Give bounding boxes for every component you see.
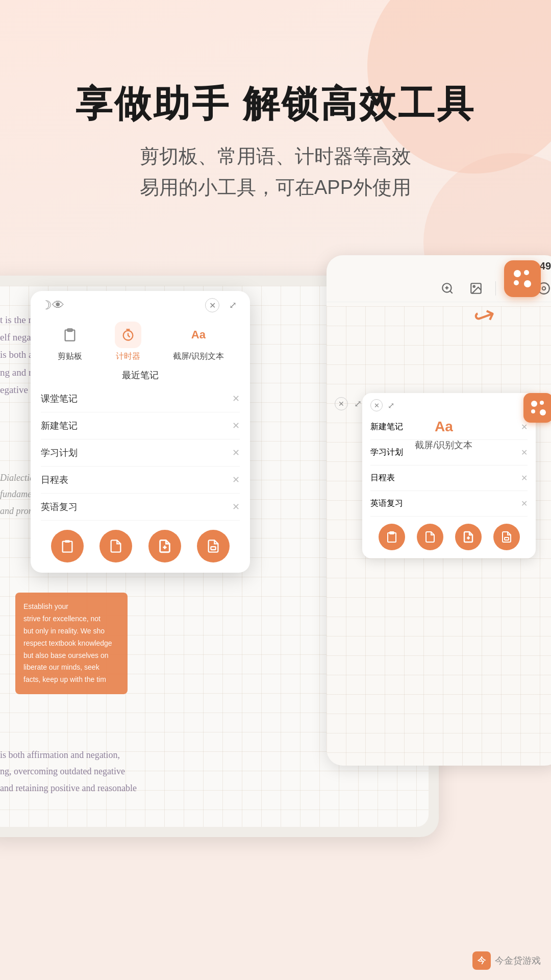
phone-panel-controls: ✕ ⤢ bbox=[335, 397, 362, 410]
sm-note-name-3: 日程表 bbox=[370, 473, 395, 483]
note-item-5[interactable]: 英语复习 ✕ bbox=[41, 494, 240, 521]
hw-bottom-2: ng, overcoming outdated negative bbox=[0, 763, 137, 779]
tab-screenshot-label: 截屏/识别文本 bbox=[173, 351, 224, 362]
note-close-3[interactable]: ✕ bbox=[232, 447, 240, 458]
note-list: 课堂笔记 ✕ 新建笔记 ✕ 学习计划 ✕ 日程表 ✕ 英语复习 ✕ bbox=[31, 385, 250, 521]
sm-controls: ✕ ⤢ bbox=[370, 399, 394, 411]
note-item-2[interactable]: 新建笔记 ✕ bbox=[41, 412, 240, 439]
sm-note-item-4[interactable]: 英语复习 ✕ bbox=[370, 491, 528, 517]
tab-clipboard-label: 剪贴板 bbox=[58, 351, 82, 362]
screenshot-label-area: Aa 截屏/识别文本 bbox=[327, 419, 551, 451]
tab-screenshot[interactable]: Aa 截屏/识别文本 bbox=[173, 322, 224, 362]
sm-expand-btn[interactable]: ⤢ bbox=[388, 401, 394, 410]
sticky-note-text: Establish yourstrive for excellence, not… bbox=[23, 601, 119, 686]
float-button-dots bbox=[514, 270, 531, 287]
sub-title-line1: 剪切板、常用语、计时器等高效 bbox=[0, 141, 551, 172]
sub-title: 剪切板、常用语、计时器等高效 易用的小工具，可在APP外使用 bbox=[0, 141, 551, 203]
image-icon[interactable] bbox=[467, 279, 485, 298]
header-section: 享做助手 解锁高效工具 剪切板、常用语、计时器等高效 易用的小工具，可在APP外… bbox=[0, 0, 551, 203]
note-name-5: 英语复习 bbox=[41, 501, 78, 513]
sm-note-close-4[interactable]: ✕ bbox=[521, 499, 528, 508]
dot-4 bbox=[524, 280, 531, 287]
sticky-note: Establish yourstrive for excellence, not… bbox=[15, 593, 128, 694]
sm-action-btn-4[interactable] bbox=[493, 524, 520, 550]
sm-note-item-3[interactable]: 日程表 ✕ bbox=[370, 465, 528, 491]
note-item-3[interactable]: 学习计划 ✕ bbox=[41, 439, 240, 467]
hw-bottom-1: is both affirmation and negation, bbox=[0, 747, 137, 763]
sm-note-close-3[interactable]: ✕ bbox=[521, 473, 528, 483]
dot-3 bbox=[514, 280, 519, 285]
widget-popup-main: ☽ 👁 ✕ ⤢ 剪贴板 bbox=[31, 291, 250, 573]
screenshot-icon: Aa bbox=[185, 322, 212, 348]
note-item-1[interactable]: 课堂笔记 ✕ bbox=[41, 385, 240, 412]
popup-close-button[interactable]: ✕ bbox=[205, 298, 219, 312]
sm-close-btn[interactable]: ✕ bbox=[370, 399, 383, 411]
svg-rect-5 bbox=[211, 547, 216, 550]
toolbar-divider bbox=[495, 281, 496, 296]
note-name-3: 学习计划 bbox=[41, 447, 78, 459]
phone-float-widget[interactable] bbox=[523, 393, 551, 423]
action-btn-4[interactable] bbox=[197, 530, 230, 562]
dot-2 bbox=[524, 270, 529, 275]
svg-rect-17 bbox=[505, 537, 509, 540]
tab-clipboard[interactable]: 剪贴板 bbox=[57, 322, 83, 362]
note-name-2: 新建笔记 bbox=[41, 420, 78, 432]
screenshot-label-phone: 截屏/识别文本 bbox=[415, 439, 472, 451]
action-btn-2[interactable] bbox=[99, 530, 132, 562]
sm-action-btn-1[interactable] bbox=[379, 524, 405, 550]
watermark: 今 今金贷游戏 bbox=[472, 951, 541, 970]
watermark-icon: 今 bbox=[472, 951, 491, 970]
zoom-in-icon[interactable] bbox=[438, 279, 457, 298]
sm-note-name-4: 英语复习 bbox=[370, 498, 403, 509]
sm-action-btn-2[interactable] bbox=[417, 524, 443, 550]
note-name-1: 课堂笔记 bbox=[41, 393, 78, 405]
note-close-5[interactable]: ✕ bbox=[232, 501, 240, 512]
handwritten-text-bottom: is both affirmation and negation, ng, ov… bbox=[0, 747, 137, 796]
timer-icon bbox=[115, 322, 141, 348]
phone-close-btn[interactable]: ✕ bbox=[335, 397, 348, 410]
note-close-2[interactable]: ✕ bbox=[232, 420, 240, 431]
float-action-button[interactable] bbox=[504, 260, 541, 297]
main-title: 享做助手 解锁高效工具 bbox=[0, 82, 551, 126]
clipboard-icon bbox=[57, 322, 83, 348]
widget-popup-secondary: ✕ ⤢ 新建笔记 ✕ 学习计划 ✕ 日程表 ✕ 英语复习 ✕ bbox=[362, 393, 536, 558]
sm-popup-header: ✕ ⤢ bbox=[362, 393, 536, 414]
dot-1 bbox=[514, 270, 521, 277]
popup-tabs: 剪贴板 计时器 Aa 截屏/识别文本 bbox=[31, 316, 250, 362]
tab-timer[interactable]: 计时器 bbox=[115, 322, 141, 362]
sub-title-line2: 易用的小工具，可在APP外使用 bbox=[0, 172, 551, 203]
recent-label: 最近笔记 bbox=[31, 362, 250, 385]
watermark-icon-text: 今 bbox=[478, 955, 486, 966]
action-btn-3[interactable] bbox=[148, 530, 181, 562]
widget-grid-icon bbox=[531, 401, 546, 415]
watermark-text: 今金贷游戏 bbox=[495, 954, 541, 967]
note-name-4: 日程表 bbox=[41, 474, 68, 486]
hw-bottom-3: and retaining positive and reasonable bbox=[0, 780, 137, 796]
svg-point-11 bbox=[473, 286, 475, 287]
popup-expand-button[interactable]: ⤢ bbox=[226, 298, 240, 312]
action-row bbox=[31, 521, 250, 573]
svg-line-7 bbox=[450, 291, 453, 293]
device-area: t is the negation of things elf negation… bbox=[0, 235, 551, 980]
action-btn-1[interactable] bbox=[51, 530, 84, 562]
phone-expand-btn[interactable]: ⤢ bbox=[354, 398, 362, 409]
aa-icon-phone: Aa bbox=[435, 419, 453, 435]
popup-header: ☽ 👁 ✕ ⤢ bbox=[31, 291, 250, 316]
sm-action-btn-3[interactable] bbox=[455, 524, 482, 550]
note-close-1[interactable]: ✕ bbox=[232, 393, 240, 404]
note-close-4[interactable]: ✕ bbox=[232, 474, 240, 485]
eye-icon: 👁 bbox=[52, 298, 64, 312]
note-item-4[interactable]: 日程表 ✕ bbox=[41, 467, 240, 494]
moon-icon: ☽ bbox=[41, 298, 52, 312]
tab-timer-label: 计时器 bbox=[116, 351, 140, 362]
sm-action-row bbox=[362, 517, 536, 558]
svg-point-13 bbox=[542, 287, 546, 290]
